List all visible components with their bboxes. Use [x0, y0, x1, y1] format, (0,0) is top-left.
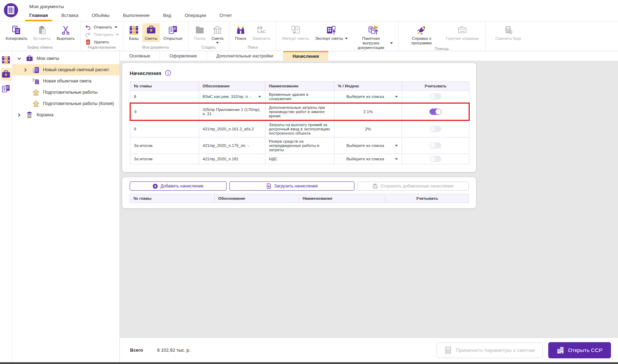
ribbon-tab-obyomy[interactable]: Объёмы: [85, 10, 116, 21]
opened-button[interactable]: Открытые: [161, 23, 185, 42]
binders-icon: [1, 55, 11, 64]
tree-item-preparatory-works-copy[interactable]: Подготовительные работы (Копия): [12, 98, 119, 109]
basis-dropdown[interactable]: ВЗиС кап.рем. 332/пр, п. -: [199, 91, 265, 103]
redo-icon: [85, 31, 91, 38]
ribbon-tab-glavnaya[interactable]: Главная: [23, 10, 55, 21]
estimates-button[interactable]: Сметы: [142, 23, 160, 42]
summary-building-icon: [32, 66, 39, 74]
col-header-include: Учитывать: [385, 194, 469, 203]
index-value[interactable]: 2%: [334, 121, 402, 137]
cell-name: Резерв средств на непредвиденные работы …: [265, 137, 334, 154]
calculator-refresh-icon: [504, 25, 513, 35]
save-accruals-button[interactable]: Сохранить добавленные начисления: [357, 181, 469, 191]
search-button[interactable]: Поиск: [233, 23, 249, 42]
chevron-right-icon[interactable]: [17, 112, 21, 117]
cell-name: Дополнительные затраты при производстве …: [265, 103, 334, 121]
hotkeys-button[interactable]: Горячие клавиши: [443, 23, 482, 42]
cut-button[interactable]: Вырезать: [54, 23, 77, 42]
group-label-database: [486, 49, 531, 51]
cell-basis: 421/пр_2020_п.161.2_абз.2: [199, 121, 265, 137]
delete-button[interactable]: Удалить: [85, 39, 119, 45]
chevron-down-icon[interactable]: [390, 42, 393, 44]
include-toggle[interactable]: [429, 109, 441, 115]
tree-item-my-estimates[interactable]: Мои сметы: [12, 53, 119, 64]
cell-basis: 421/пр_2020_п.181: [199, 154, 265, 164]
tab-osnovnye[interactable]: Основные: [120, 51, 160, 61]
paste-icon: [37, 25, 47, 35]
about-button[interactable]: Справка о программе: [402, 23, 441, 47]
paste-button[interactable]: Вставить: [31, 23, 53, 42]
open-ssr-button[interactable]: Открыть ССР: [548, 342, 611, 358]
folder-button[interactable]: Папка: [192, 23, 208, 42]
include-toggle[interactable]: [429, 93, 441, 100]
cell-basis: 325/пр Приложение 1 (170/пр), п. 31: [199, 103, 265, 121]
strip-opened-button[interactable]: [1, 82, 12, 95]
index-dropdown[interactable]: Выберите из списка: [334, 154, 402, 164]
group-create: Папка Смета Создать: [189, 21, 229, 51]
cell-chapter: За итогом: [130, 154, 199, 164]
ribbon-tab-vid[interactable]: Вид: [156, 10, 178, 21]
add-accruals-panel: Добавить начисление Загрузить начисления…: [122, 177, 476, 208]
add-accrual-button[interactable]: Добавить начисление: [130, 181, 227, 191]
index-value[interactable]: 2.1%: [334, 103, 402, 121]
redo-button[interactable]: Повторить: [85, 31, 119, 38]
include-toggle[interactable]: [429, 156, 441, 162]
strip-estimates-button[interactable]: [1, 68, 12, 81]
undo-icon: [85, 24, 91, 30]
include-toggle[interactable]: [429, 126, 441, 132]
include-toggle[interactable]: [429, 142, 441, 149]
cell-basis: 421/пр_2020_п.179_пп. -: [199, 137, 265, 154]
main-content: Основные Оформление Дополнительные настр…: [120, 51, 618, 362]
load-accruals-button[interactable]: Загрузить начисления: [229, 181, 354, 191]
export-estimate-button[interactable]: Экспорт сметы: [313, 23, 350, 42]
group-import-export: Импорт сметы Экспорт сметы Пакетная выгр…: [276, 21, 398, 51]
chevron-down-icon[interactable]: [115, 26, 117, 28]
workspace: Мои сметы Новый сводный сметный расчет Н…: [0, 51, 618, 362]
briefcase-icon: [26, 55, 33, 62]
col-header-chapter: № главы: [130, 194, 215, 203]
cell-chapter: 9: [130, 121, 199, 137]
bases-button[interactable]: Базы: [126, 23, 141, 42]
index-dropdown[interactable]: Выберите из списка: [334, 137, 402, 154]
documents-tree: Мои сметы Новый сводный сметный расчет Н…: [12, 51, 120, 362]
content-scroll-area: Начисления № главы Обоснование Наименова…: [120, 61, 618, 338]
tree-item-preparatory-works[interactable]: Подготовительные работы: [12, 87, 119, 98]
tree-item-object-estimate[interactable]: Новая объектная смета: [12, 75, 119, 87]
tree-item-summary-estimate[interactable]: Новый сводный сметный расчет: [12, 64, 119, 75]
chevron-down-icon[interactable]: [116, 34, 119, 36]
cell-name: Временные здания и сооружения: [265, 91, 334, 103]
chevron-down-icon[interactable]: [345, 38, 348, 39]
tab-oformlenie[interactable]: Оформление: [160, 51, 207, 61]
ribbon-tab-operacii[interactable]: Операции: [178, 10, 213, 21]
group-editing: Отменить Повторить Удалить Редактировани…: [81, 21, 123, 51]
buildings-icon: [557, 346, 564, 354]
ribbon-toolbar: Копировать Вставить Вырезать Буфер обмен…: [0, 21, 618, 51]
scissors-icon: [61, 25, 70, 35]
group-label-search: Поиск: [229, 45, 276, 51]
replace-button[interactable]: AB↳ACЗаменить: [250, 23, 273, 42]
chevron-down-icon[interactable]: [17, 56, 21, 61]
info-icon[interactable]: [165, 70, 171, 76]
ribbon-tab-otchet[interactable]: Отчет: [213, 10, 239, 21]
app-window: Мои документы Главная Вставка Объёмы Вып…: [0, 0, 618, 364]
cell-include: [402, 137, 469, 154]
window-bottom-edge: [0, 362, 618, 364]
tree-item-recycle-bin[interactable]: Корзина: [12, 109, 119, 121]
strip-bases-button[interactable]: [1, 54, 12, 66]
copy-button[interactable]: Копировать: [3, 23, 30, 42]
estimate-create-button[interactable]: Смета: [209, 23, 226, 45]
ribbon-tab-vypolnenie[interactable]: Выполнение: [116, 10, 156, 21]
change-database-button[interactable]: Сменить базу: [489, 23, 528, 42]
index-dropdown[interactable]: Выберите из списка: [334, 91, 402, 103]
apply-parameters-button[interactable]: Применить параметры к сметам: [437, 343, 543, 358]
ribbon-tab-vstavka[interactable]: Вставка: [55, 10, 85, 21]
tab-nachisleniya[interactable]: Начисления: [283, 51, 329, 61]
chevron-down-icon[interactable]: [216, 42, 219, 44]
import-estimate-button[interactable]: Импорт сметы: [279, 23, 311, 42]
chevron-down-icon: [258, 96, 261, 98]
chevron-right-icon[interactable]: [23, 67, 28, 72]
table-row: 9 421/пр_2020_п.161.2_абз.2 Затраты на в…: [130, 121, 469, 137]
undo-button[interactable]: Отменить: [85, 24, 119, 30]
tab-dop-nastroyki[interactable]: Дополнительные настройки: [207, 51, 283, 61]
batch-export-button[interactable]: Пакетная выгрузка документации: [351, 23, 395, 51]
